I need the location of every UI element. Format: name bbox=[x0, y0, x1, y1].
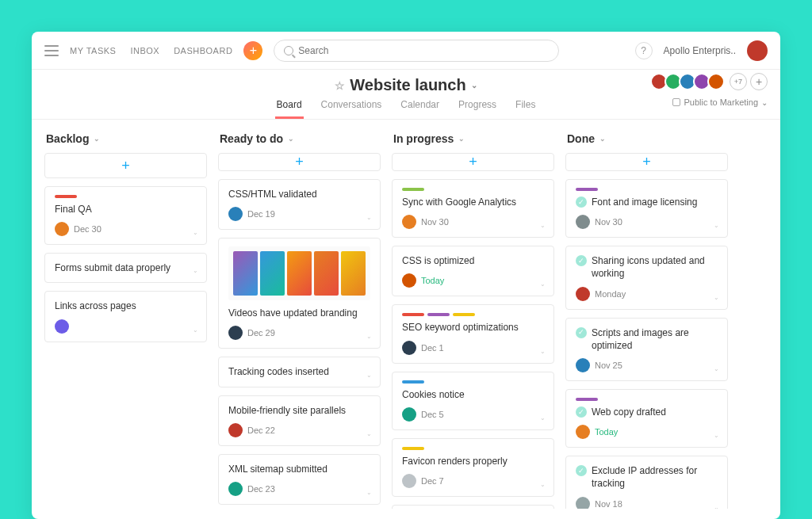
member-avatar[interactable] bbox=[707, 73, 725, 90]
nav-inbox[interactable]: INBOX bbox=[130, 46, 159, 55]
assignee-avatar[interactable] bbox=[576, 287, 590, 301]
chevron-down-icon[interactable]: ⌄ bbox=[540, 280, 546, 288]
card[interactable]: ✓Scripts and images are optimizedNov 25⌄ bbox=[565, 318, 728, 381]
assignee-avatar[interactable] bbox=[576, 358, 590, 372]
add-card-button[interactable]: + bbox=[218, 153, 381, 171]
add-card-button[interactable]: + bbox=[392, 153, 554, 171]
visibility-selector[interactable]: Public to Marketing ⌄ bbox=[672, 97, 768, 107]
tab-files[interactable]: Files bbox=[514, 99, 537, 119]
card[interactable]: SEO keyword optimizationsDec 1⌄ bbox=[392, 304, 554, 363]
tab-conversations[interactable]: Conversations bbox=[320, 99, 384, 119]
chevron-down-icon[interactable]: ⌄ bbox=[193, 229, 198, 236]
chevron-down-icon[interactable]: ⌄ bbox=[540, 222, 546, 229]
chevron-down-icon[interactable]: ⌄ bbox=[193, 267, 198, 274]
column-header[interactable]: Backlog⌄ bbox=[44, 132, 207, 145]
add-member-button[interactable]: + bbox=[750, 73, 768, 90]
assignee-avatar[interactable] bbox=[402, 341, 416, 355]
nav-my-tasks[interactable]: MY TASKS bbox=[70, 46, 116, 55]
menu-icon[interactable] bbox=[44, 45, 59, 56]
card-title: Links across pages bbox=[55, 300, 197, 312]
assignee-avatar[interactable] bbox=[402, 273, 416, 288]
chevron-down-icon[interactable]: ⌄ bbox=[193, 326, 198, 334]
chevron-down-icon[interactable]: ⌄ bbox=[366, 372, 372, 379]
star-icon[interactable]: ☆ bbox=[335, 79, 345, 92]
tab-board[interactable]: Board bbox=[275, 99, 304, 119]
chevron-down-icon[interactable]: ⌄ bbox=[366, 430, 372, 437]
chevron-down-icon[interactable]: ⌄ bbox=[714, 504, 719, 509]
card-meta: Nov 25 bbox=[576, 358, 718, 372]
chevron-down-icon[interactable]: ⌄ bbox=[714, 222, 719, 229]
card[interactable]: Final QADec 30⌄ bbox=[44, 186, 207, 245]
add-button[interactable]: + bbox=[243, 41, 262, 60]
chevron-down-icon[interactable]: ⌄ bbox=[714, 294, 719, 301]
assignee-avatar[interactable] bbox=[576, 425, 590, 439]
card[interactable]: CSS/HTML validatedDec 19⌄ bbox=[218, 179, 381, 230]
card-date: Nov 25 bbox=[595, 361, 622, 370]
chevron-down-icon[interactable]: ⌄ bbox=[366, 333, 372, 340]
assignee-avatar[interactable] bbox=[228, 482, 243, 496]
card[interactable]: Forms submit data properly⌄ bbox=[44, 253, 207, 283]
chevron-down-icon[interactable]: ⌄ bbox=[714, 432, 719, 439]
tag bbox=[402, 313, 424, 316]
assignee-avatar[interactable] bbox=[228, 207, 243, 221]
topbar: MY TASKS INBOX DASHBOARD + ? Apollo Ente… bbox=[32, 32, 780, 70]
search-input[interactable] bbox=[298, 45, 549, 56]
card[interactable]: Sync with Google AnalyticsNov 30⌄ bbox=[392, 179, 554, 238]
card[interactable]: XML sitemap submittedDec 23⌄ bbox=[218, 454, 381, 505]
tab-calendar[interactable]: Calendar bbox=[399, 99, 441, 119]
chevron-down-icon[interactable]: ⌄ bbox=[366, 489, 372, 496]
card-title: ✓Web copy drafted bbox=[576, 406, 718, 418]
card[interactable]: Tracking codes inserted⌄ bbox=[218, 357, 381, 387]
card[interactable]: Favicon renders properlyDec 7⌄ bbox=[392, 438, 554, 497]
assignee-avatar[interactable] bbox=[228, 423, 243, 437]
assignee-avatar[interactable] bbox=[228, 326, 243, 340]
assignee-avatar[interactable] bbox=[576, 497, 590, 509]
members-more[interactable]: +7 bbox=[730, 73, 747, 90]
card-meta: Dec 30 bbox=[55, 222, 197, 236]
chevron-down-icon[interactable]: ⌄ bbox=[540, 348, 546, 355]
chevron-down-icon: ⌄ bbox=[458, 135, 465, 143]
add-card-button[interactable]: + bbox=[44, 153, 207, 178]
project-title[interactable]: ☆ Website launch ⌄ bbox=[335, 76, 477, 94]
assignee-avatar[interactable] bbox=[402, 407, 416, 422]
help-button[interactable]: ? bbox=[635, 42, 653, 59]
user-avatar[interactable] bbox=[747, 40, 768, 61]
chevron-down-icon[interactable]: ⌄ bbox=[714, 365, 719, 372]
chevron-down-icon[interactable]: ⌄ bbox=[540, 414, 546, 422]
search-box[interactable] bbox=[274, 40, 559, 62]
card[interactable]: Links across pages⌄ bbox=[44, 291, 207, 342]
card-meta: Dec 23 bbox=[228, 482, 370, 496]
card[interactable]: Web copy reviewedDec 9⌄ bbox=[392, 505, 554, 509]
nav-dashboard[interactable]: DASHBOARD bbox=[174, 46, 232, 55]
card-meta bbox=[55, 319, 197, 334]
card[interactable]: CSS is optimizedToday⌄ bbox=[392, 246, 554, 296]
assignee-avatar[interactable] bbox=[576, 215, 590, 229]
assignee-avatar[interactable] bbox=[402, 474, 416, 488]
assignee-avatar[interactable] bbox=[55, 222, 69, 236]
card[interactable]: Mobile-friendly site parallelsDec 22⌄ bbox=[218, 395, 381, 446]
card-meta: Nov 30 bbox=[576, 215, 718, 229]
column: Done⌄+✓Font and image licensingNov 30⌄✓S… bbox=[565, 132, 728, 496]
column-header[interactable]: In progress⌄ bbox=[392, 132, 554, 145]
column: In progress⌄+Sync with Google AnalyticsN… bbox=[392, 132, 554, 496]
card[interactable]: Videos have updated brandingDec 29⌄ bbox=[218, 238, 381, 349]
card[interactable]: Cookies noticeDec 5⌄ bbox=[392, 372, 554, 430]
card-meta: Nov 18 bbox=[576, 497, 718, 509]
card[interactable]: ✓Sharing icons updated and workingMonday… bbox=[565, 246, 728, 309]
card-meta: Nov 30 bbox=[402, 215, 544, 229]
card[interactable]: ✓Web copy draftedToday⌄ bbox=[565, 389, 728, 448]
assignee-avatar[interactable] bbox=[402, 215, 416, 229]
card[interactable]: ✓Exclude IP addresses for trackingNov 18… bbox=[565, 456, 728, 509]
tag bbox=[576, 398, 598, 401]
card[interactable]: ✓Font and image licensingNov 30⌄ bbox=[565, 179, 728, 238]
org-selector[interactable]: Apollo Enterpris.. bbox=[664, 45, 736, 56]
column-title: In progress bbox=[393, 132, 454, 145]
assignee-avatar[interactable] bbox=[55, 319, 69, 334]
tab-progress[interactable]: Progress bbox=[457, 99, 498, 119]
column-header[interactable]: Done⌄ bbox=[565, 132, 728, 145]
chevron-down-icon[interactable]: ⌄ bbox=[540, 481, 546, 488]
column-header[interactable]: Ready to do⌄ bbox=[218, 132, 381, 145]
add-card-button[interactable]: + bbox=[565, 153, 728, 171]
board[interactable]: Backlog⌄+Final QADec 30⌄Forms submit dat… bbox=[32, 120, 780, 509]
chevron-down-icon[interactable]: ⌄ bbox=[366, 214, 372, 221]
